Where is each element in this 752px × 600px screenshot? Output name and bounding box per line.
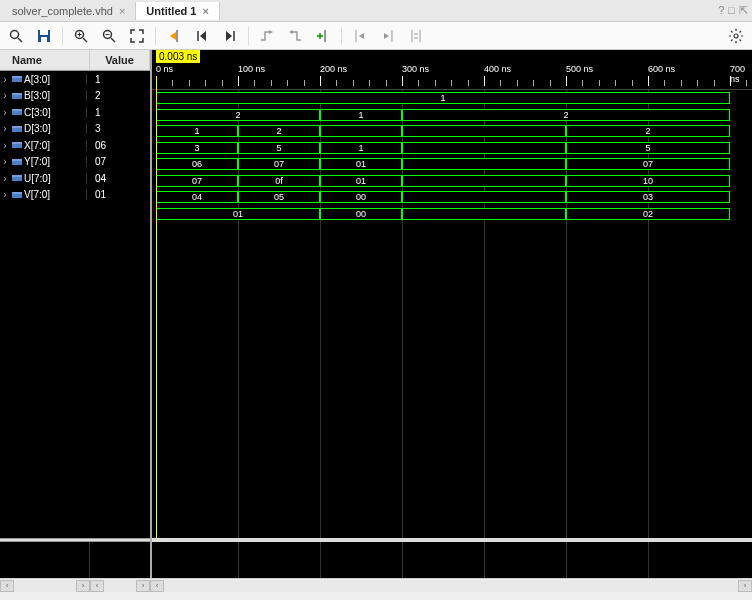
signal-value: 01 bbox=[86, 189, 150, 200]
expand-icon[interactable]: › bbox=[0, 189, 10, 200]
wave-segment bbox=[402, 142, 566, 154]
signal-row[interactable]: › B[3:0] 2 bbox=[0, 88, 150, 105]
signal-row[interactable]: › X[7:0] 06 bbox=[0, 137, 150, 154]
tab-label: solver_complete.vhd bbox=[12, 5, 113, 17]
signal-row[interactable]: › Y[7:0] 07 bbox=[0, 154, 150, 171]
signal-sidebar: Name Value › A[3:0] 1› B[3:0] 2› C[3:0] … bbox=[0, 50, 150, 578]
add-marker-icon[interactable] bbox=[311, 24, 335, 48]
wave-value: 3 bbox=[194, 143, 199, 153]
popout-icon[interactable]: ⇱ bbox=[739, 4, 748, 17]
expand-icon[interactable]: › bbox=[0, 107, 10, 118]
tab-untitled[interactable]: Untitled 1 × bbox=[136, 2, 220, 20]
waveform-row[interactable]: 04050003 bbox=[152, 189, 752, 206]
prev-marker-icon[interactable] bbox=[348, 24, 372, 48]
save-icon[interactable] bbox=[32, 24, 56, 48]
waveform-area[interactable]: 1212122351506070107070f01100405000301000… bbox=[152, 90, 752, 538]
prev-edge-icon[interactable] bbox=[255, 24, 279, 48]
wave-value: 1 bbox=[440, 93, 445, 103]
signal-row[interactable]: › A[3:0] 1 bbox=[0, 71, 150, 88]
bus-icon bbox=[10, 157, 24, 167]
scroll-left-icon[interactable]: ‹ bbox=[90, 580, 104, 592]
waveform-row[interactable]: 122 bbox=[152, 123, 752, 140]
ruler-tick: 200 ns bbox=[320, 64, 347, 74]
maximize-icon[interactable]: □ bbox=[728, 4, 735, 17]
zoom-out-icon[interactable] bbox=[97, 24, 121, 48]
expand-icon[interactable]: › bbox=[0, 173, 10, 184]
gridline bbox=[648, 542, 649, 578]
wave-value: 02 bbox=[643, 209, 653, 219]
time-ruler[interactable]: 0 ns100 ns200 ns300 ns400 ns500 ns600 ns… bbox=[152, 64, 752, 90]
expand-icon[interactable]: › bbox=[0, 140, 10, 151]
help-icon[interactable]: ? bbox=[718, 4, 724, 17]
signal-row[interactable]: › U[7:0] 04 bbox=[0, 170, 150, 187]
waveform-row[interactable]: 06070107 bbox=[152, 156, 752, 173]
wave-value: 0f bbox=[275, 176, 283, 186]
wave-segment: 00 bbox=[320, 208, 402, 220]
swap-marker-icon[interactable] bbox=[404, 24, 428, 48]
zoom-fit-icon[interactable] bbox=[125, 24, 149, 48]
expand-icon[interactable]: › bbox=[0, 74, 10, 85]
wave-segment: 1 bbox=[320, 142, 402, 154]
wave-segment: 2 bbox=[156, 109, 320, 121]
svg-rect-36 bbox=[12, 175, 22, 177]
wave-value: 07 bbox=[643, 159, 653, 169]
expand-icon[interactable]: › bbox=[0, 123, 10, 134]
wave-value: 2 bbox=[645, 126, 650, 136]
scroll-right-icon[interactable]: › bbox=[136, 580, 150, 592]
signal-row[interactable]: › C[3:0] 1 bbox=[0, 104, 150, 121]
wave-value: 5 bbox=[645, 143, 650, 153]
waveform-row[interactable]: 070f0110 bbox=[152, 173, 752, 190]
expand-icon[interactable]: › bbox=[0, 90, 10, 101]
signal-name: X[7:0] bbox=[24, 140, 86, 151]
close-icon[interactable]: × bbox=[119, 5, 125, 17]
wave-segment: 01 bbox=[320, 158, 402, 170]
signal-value: 07 bbox=[86, 156, 150, 167]
ruler-tick: 400 ns bbox=[484, 64, 511, 74]
waveform-panel[interactable]: 0.003 ns 0 ns100 ns200 ns300 ns400 ns500… bbox=[150, 50, 752, 578]
waveform-row[interactable]: 010002 bbox=[152, 206, 752, 223]
scroll-left-icon[interactable]: ‹ bbox=[150, 580, 164, 592]
cursor-line[interactable] bbox=[156, 76, 157, 538]
search-icon[interactable] bbox=[4, 24, 28, 48]
settings-icon[interactable] bbox=[724, 24, 748, 48]
goto-cursor-icon[interactable] bbox=[162, 24, 186, 48]
svg-rect-34 bbox=[12, 159, 22, 161]
waveform-row[interactable]: 212 bbox=[152, 107, 752, 124]
svg-rect-26 bbox=[12, 93, 22, 95]
next-marker-icon[interactable] bbox=[376, 24, 400, 48]
sidebar-bottom bbox=[0, 542, 150, 578]
bus-icon bbox=[10, 74, 24, 84]
waveform-row[interactable]: 1 bbox=[152, 90, 752, 107]
signal-name: A[3:0] bbox=[24, 74, 86, 85]
bus-icon bbox=[10, 124, 24, 134]
column-header-value[interactable]: Value bbox=[90, 50, 150, 70]
horizontal-scrollbar[interactable]: ‹ › ‹ › ‹ › bbox=[0, 578, 752, 592]
goto-start-icon[interactable] bbox=[190, 24, 214, 48]
expand-icon[interactable]: › bbox=[0, 156, 10, 167]
signal-name: V[7:0] bbox=[24, 189, 86, 200]
ruler-tick: 500 ns bbox=[566, 64, 593, 74]
tab-solver[interactable]: solver_complete.vhd × bbox=[2, 2, 136, 20]
ruler-tick: 100 ns bbox=[238, 64, 265, 74]
wave-segment: 1 bbox=[156, 125, 238, 137]
scroll-right-icon[interactable]: › bbox=[76, 580, 90, 592]
wave-segment: 07 bbox=[238, 158, 320, 170]
sidebar-header: Name Value bbox=[0, 50, 150, 71]
bus-icon bbox=[10, 173, 24, 183]
svg-rect-3 bbox=[40, 30, 48, 35]
zoom-in-icon[interactable] bbox=[69, 24, 93, 48]
signal-name: C[3:0] bbox=[24, 107, 86, 118]
column-header-name[interactable]: Name bbox=[0, 50, 90, 70]
wave-segment bbox=[402, 175, 566, 187]
wave-value: 05 bbox=[274, 192, 284, 202]
scroll-right-icon[interactable]: › bbox=[738, 580, 752, 592]
close-icon[interactable]: × bbox=[202, 5, 208, 17]
svg-rect-24 bbox=[12, 76, 22, 78]
waveform-row[interactable]: 3515 bbox=[152, 140, 752, 157]
signal-row[interactable]: › D[3:0] 3 bbox=[0, 121, 150, 138]
scroll-left-icon[interactable]: ‹ bbox=[0, 580, 14, 592]
next-edge-icon[interactable] bbox=[283, 24, 307, 48]
signal-row[interactable]: › V[7:0] 01 bbox=[0, 187, 150, 204]
toolbar bbox=[0, 22, 752, 50]
goto-end-icon[interactable] bbox=[218, 24, 242, 48]
